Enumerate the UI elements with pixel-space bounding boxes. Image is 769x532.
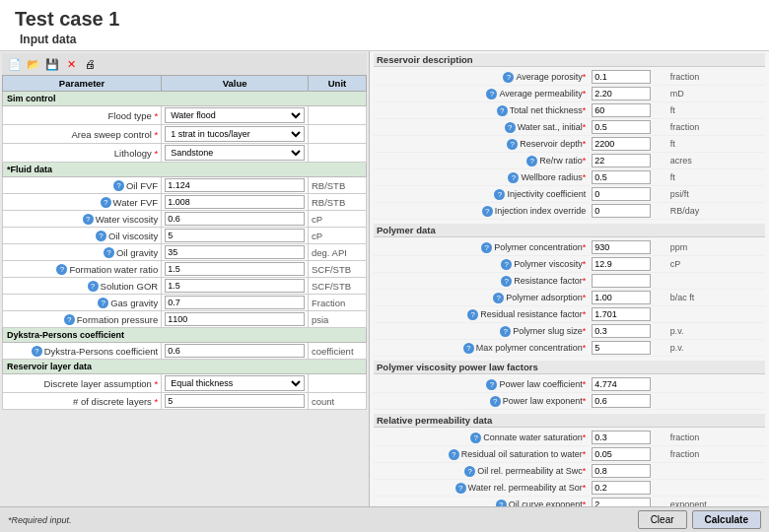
wellbore-help[interactable]: ? [508,172,519,183]
area-sweep-select[interactable]: 1 strat in tucos/layer [165,126,305,142]
water-rel-help[interactable]: ? [455,483,466,494]
res-res-factor-help[interactable]: ? [467,309,478,320]
pow-exp-help[interactable]: ? [490,396,501,407]
table-row: ?Connate water saturation * fraction [374,430,765,446]
clear-button[interactable]: Clear [638,510,687,529]
oil-curve-input[interactable] [592,498,651,506]
res-depth-help[interactable]: ? [507,139,518,150]
table-row: ?Max polymer concentration * p.v. [374,340,765,357]
conn-water-help[interactable]: ? [470,432,481,443]
avg-por-input[interactable] [592,70,651,84]
oil-visc-input[interactable] [165,229,305,242]
avg-perm-input[interactable] [592,87,651,100]
max-poly-input[interactable] [592,341,651,355]
left-data-table: Parameter Value Unit Sim control Flood t… [2,75,367,410]
gas-gravity-help[interactable]: ? [98,298,108,308]
avg-por-help[interactable]: ? [503,72,514,83]
table-row: ?Oil FVF RB/STB [3,177,367,194]
res-depth-input[interactable] [592,137,651,151]
discrete-layers-input[interactable] [165,394,305,408]
poly-slug-help[interactable]: ? [500,326,511,337]
res-oil-help[interactable]: ? [449,449,459,460]
rel-perm-title: Relative permeability data [374,414,765,428]
oil-gravity-input[interactable] [165,245,305,259]
oil-rel-help[interactable]: ? [464,466,475,477]
page-subtitle: Input data [20,33,754,46]
re-rw-input[interactable] [592,154,651,167]
water-visc-input[interactable] [165,212,305,226]
gas-gravity-input[interactable] [165,296,305,309]
re-rw-help[interactable]: ? [526,156,537,166]
water-rel-input[interactable] [592,481,651,495]
discrete-layer-select[interactable]: Equal thickness [165,375,305,391]
form-pres-input[interactable] [165,312,305,326]
polymer-viscosity-title: Polymer viscosity power law factors [374,361,765,374]
res-oil-input[interactable] [592,447,651,461]
sol-gor-input[interactable] [165,279,305,293]
sol-gor-help[interactable]: ? [88,281,99,292]
print-icon[interactable]: 🖨 [82,56,98,72]
oil-gravity-help[interactable]: ? [104,247,114,258]
table-row: ?Formation pressure psia [3,311,367,328]
table-row: Flood type * Water flood [3,106,367,125]
calculate-button[interactable]: Calculate [692,510,761,529]
max-poly-help[interactable]: ? [463,343,474,354]
open-icon[interactable]: 📂 [26,56,41,72]
inj-index-input[interactable] [592,204,651,218]
net-thick-input[interactable] [592,103,651,117]
oil-rel-input[interactable] [592,464,651,478]
table-row: Discrete layer assumption * Equal thickn… [3,374,367,393]
oil-curve-help[interactable]: ? [496,499,507,507]
col-header-unit: Unit [308,76,366,92]
poly-conc-help[interactable]: ? [481,242,492,253]
form-water-help[interactable]: ? [56,264,67,275]
water-sat-help[interactable]: ? [505,122,516,133]
dykstra-help[interactable]: ? [32,346,42,357]
table-row: ?Solution GOR SCF/STB [3,278,367,295]
water-fvf-input[interactable] [165,195,305,209]
form-pres-help[interactable]: ? [64,314,75,325]
table-row: ?Reservoir depth * ft [374,136,765,153]
table-row: ?Injectivity coefficient psi/ft [374,186,765,203]
res-res-factor-input[interactable] [592,307,651,321]
table-row: ?Polymer concentration * ppm [374,239,765,256]
net-thick-help[interactable]: ? [497,105,508,116]
poly-visc-help[interactable]: ? [501,259,512,270]
oil-fvf-input[interactable] [165,178,305,192]
table-row: ?Formation water ratio SCF/STB [3,261,367,278]
table-row: ?Polymer adsorption * b/ac ft [374,290,765,306]
dykstra-input[interactable] [165,344,305,358]
poly-slug-input[interactable] [592,324,651,338]
poly-conc-input[interactable] [592,240,651,254]
pow-exp-input[interactable] [592,394,651,408]
water-fvf-help[interactable]: ? [101,197,111,208]
new-icon[interactable]: 📄 [7,56,23,72]
water-visc-help[interactable]: ? [83,214,94,225]
save-icon[interactable]: 💾 [44,56,60,72]
flood-type-select[interactable]: Water flood [165,107,305,123]
inj-coeff-input[interactable] [592,187,651,201]
lithology-select[interactable]: Sandstone [165,145,305,161]
res-factor-input[interactable] [592,274,651,288]
close-icon[interactable]: ✕ [63,56,79,72]
section-polymer-viscosity: Polymer viscosity power law factors ?Pow… [374,361,765,410]
oil-visc-help[interactable]: ? [96,231,106,241]
conn-water-input[interactable] [592,431,651,444]
pow-coeff-input[interactable] [592,377,651,391]
oil-fvf-help[interactable]: ? [113,180,124,191]
poly-ads-input[interactable] [592,291,651,304]
res-factor-help[interactable]: ? [501,276,512,287]
inj-coeff-help[interactable]: ? [494,189,505,200]
inj-index-help[interactable]: ? [482,206,493,217]
table-row: ?Polymer slug size * p.v. [374,323,765,340]
section-fluid-data: *Fluid data [3,163,367,177]
water-sat-input[interactable] [592,120,651,134]
poly-ads-help[interactable]: ? [493,293,504,303]
poly-visc-input[interactable] [592,257,651,271]
pow-coeff-help[interactable]: ? [486,379,497,390]
wellbore-input[interactable] [592,170,651,184]
form-water-input[interactable] [165,262,305,276]
reservoir-table: ?Average porosity * fraction ?Average pe… [374,69,765,220]
avg-perm-help[interactable]: ? [486,89,497,100]
table-row: ?Polymer viscosity * cP [374,256,765,273]
